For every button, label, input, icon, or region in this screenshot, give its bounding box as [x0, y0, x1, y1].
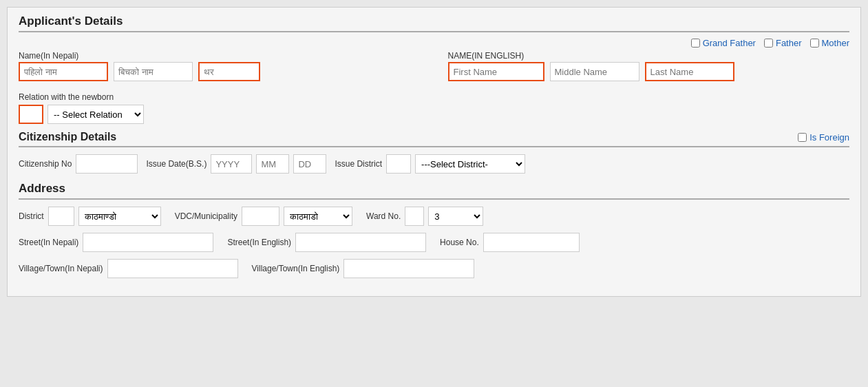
- citizenship-no-group: Citizenship No: [19, 154, 138, 174]
- nepali-middle-name[interactable]: [114, 62, 193, 81]
- top-checkboxes: Grand Father Father Mother: [19, 38, 849, 48]
- ward-group: Ward No. 3 1 2 3 4 5: [366, 207, 483, 226]
- street-nepali-input[interactable]: [83, 233, 213, 252]
- vdc-code-input[interactable]: 26-200: [242, 207, 279, 226]
- street-english-label: Street(In English): [227, 238, 291, 247]
- issue-year-input[interactable]: [211, 154, 252, 174]
- citizenship-title: Citizenship Details: [19, 131, 116, 143]
- issue-day-input[interactable]: [293, 154, 326, 174]
- issue-district-label: Issue District: [335, 159, 382, 169]
- village-english-label: Village/Town(In English): [252, 264, 340, 273]
- name-row: Name(In Nepali) NAME(IN ENGLISH): [19, 51, 849, 87]
- citizenship-header: Citizenship Details Is Foreign: [19, 131, 849, 147]
- main-card: Applicant's Details Grand Father Father …: [7, 7, 861, 297]
- is-foreign-group: Is Foreign: [798, 132, 849, 143]
- district-label: District: [19, 211, 44, 221]
- father-checkbox-label[interactable]: Father: [764, 38, 802, 48]
- issue-district-group: Issue District ---Select District- Kathm…: [335, 154, 525, 174]
- village-english-group: Village/Town(In English): [252, 259, 475, 278]
- issue-date-group: Issue Date(B.S.): [146, 154, 326, 174]
- english-first-name[interactable]: [448, 62, 544, 81]
- citizenship-section: Citizenship Details Is Foreign Citizensh…: [19, 131, 849, 174]
- relation-select[interactable]: -- Select Relation Father Mother Grand F…: [47, 105, 144, 124]
- vdc-select[interactable]: काठमाडो थिमी: [284, 207, 352, 226]
- village-nepali-label: Village/Town(In Nepali): [19, 264, 103, 273]
- relation-code-input[interactable]: [19, 105, 43, 124]
- english-name-block: NAME(IN ENGLISH): [448, 51, 850, 87]
- english-last-name[interactable]: [645, 62, 734, 81]
- nepali-name-label: Name(In Nepali): [19, 51, 421, 61]
- english-name-inputs: [448, 62, 850, 81]
- grand-father-checkbox[interactable]: [691, 39, 700, 48]
- vdc-group: VDC/Municipality 26-200 काठमाडो थिमी: [175, 207, 352, 226]
- issue-district-code-input[interactable]: [386, 154, 411, 174]
- ward-code-input[interactable]: 3: [405, 207, 424, 226]
- mother-checkbox-label[interactable]: Mother: [810, 38, 849, 48]
- house-no-group: House No.: [440, 233, 580, 252]
- is-foreign-label: Is Foreign: [809, 132, 849, 143]
- citizenship-fields-row: Citizenship No Issue Date(B.S.) Issue Di…: [19, 154, 849, 174]
- district-code-input[interactable]: 26: [48, 207, 74, 226]
- english-middle-name[interactable]: [550, 62, 639, 81]
- address-village-row: Village/Town(In Nepali) Village/Town(In …: [19, 259, 849, 278]
- nepali-last-name[interactable]: [198, 62, 260, 81]
- address-street-row: Street(In Nepali) Street(In English) Hou…: [19, 233, 849, 252]
- relation-row: -- Select Relation Father Mother Grand F…: [19, 105, 849, 124]
- applicants-details-title: Applicant's Details: [19, 14, 849, 32]
- mother-checkbox[interactable]: [810, 39, 819, 48]
- district-group: District 26 काठमाण्डो ललितपुर भक्तपुर: [19, 207, 161, 226]
- citizenship-no-input[interactable]: [76, 154, 138, 174]
- issue-date-label: Issue Date(B.S.): [146, 159, 207, 169]
- house-no-label: House No.: [440, 238, 479, 247]
- issue-month-input[interactable]: [256, 154, 289, 174]
- street-nepali-label: Street(In Nepali): [19, 238, 78, 247]
- address-title: Address: [19, 182, 849, 200]
- grand-father-checkbox-label[interactable]: Grand Father: [691, 38, 756, 48]
- nepali-first-name[interactable]: [19, 62, 108, 81]
- village-english-input[interactable]: [343, 259, 474, 278]
- grand-father-label: Grand Father: [703, 38, 756, 48]
- english-name-label: NAME(IN ENGLISH): [448, 51, 850, 61]
- village-nepali-input[interactable]: [107, 259, 238, 278]
- nepali-name-block: Name(In Nepali): [19, 51, 421, 87]
- relation-label: Relation with the newborn: [19, 92, 849, 102]
- ward-label: Ward No.: [366, 211, 401, 221]
- village-nepali-group: Village/Town(In Nepali): [19, 259, 238, 278]
- mother-label: Mother: [822, 38, 849, 48]
- vdc-label: VDC/Municipality: [175, 211, 237, 221]
- relation-section: Relation with the newborn -- Select Rela…: [19, 92, 849, 124]
- address-district-row: District 26 काठमाण्डो ललितपुर भक्तपुर VD…: [19, 207, 849, 226]
- street-nepali-group: Street(In Nepali): [19, 233, 213, 252]
- street-english-group: Street(In English): [227, 233, 426, 252]
- street-english-input[interactable]: [295, 233, 426, 252]
- nepali-name-inputs: [19, 62, 421, 81]
- address-section: Address District 26 काठमाण्डो ललितपुर भक…: [19, 182, 849, 278]
- father-checkbox[interactable]: [764, 39, 773, 48]
- issue-district-select[interactable]: ---Select District- Kathmandu Lalitpur B…: [415, 154, 525, 174]
- district-select[interactable]: काठमाण्डो ललितपुर भक्तपुर: [78, 207, 161, 226]
- citizenship-no-label: Citizenship No: [19, 159, 72, 169]
- ward-select[interactable]: 1 2 3 4 5: [428, 207, 483, 226]
- father-label: Father: [776, 38, 802, 48]
- is-foreign-checkbox[interactable]: [798, 133, 807, 142]
- house-no-input[interactable]: [483, 233, 580, 252]
